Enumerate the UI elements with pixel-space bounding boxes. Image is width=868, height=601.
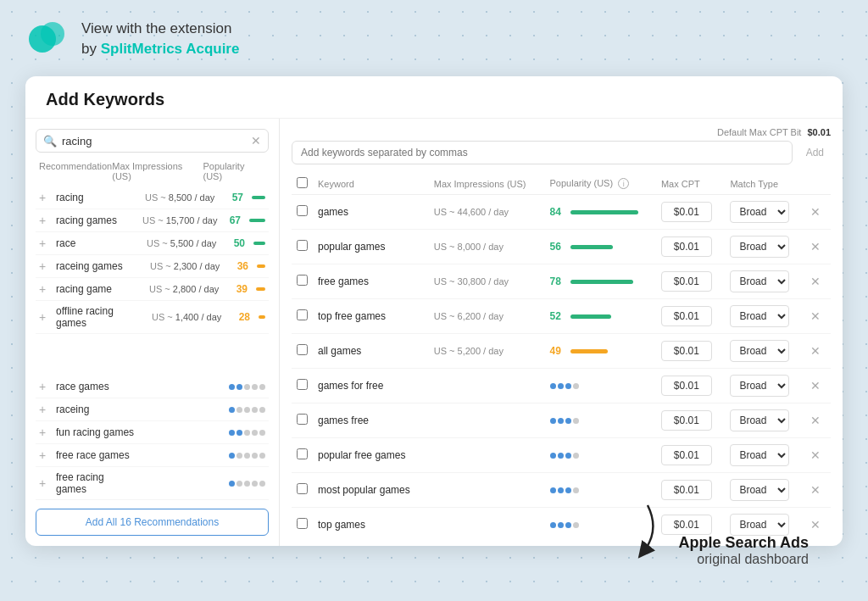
kw-cpt-input[interactable]	[661, 237, 712, 257]
kw-checkbox[interactable]	[297, 240, 308, 251]
rec-keyword-name: raceing	[56, 403, 137, 415]
rec-item[interactable]: + free racing games	[36, 467, 269, 500]
table-row: popular games US ~ 8,000 / day 56 Broad …	[292, 230, 831, 264]
dot	[229, 430, 235, 436]
kw-remove-button[interactable]: ✕	[809, 309, 822, 323]
kw-popularity	[545, 508, 656, 538]
add-keywords-button[interactable]: Add	[799, 143, 831, 162]
search-input[interactable]	[62, 135, 246, 147]
select-all-checkbox[interactable]	[297, 177, 308, 188]
dot	[236, 430, 242, 436]
kw-name: popular free games	[313, 438, 429, 473]
dot	[252, 407, 258, 413]
rec-add-btn[interactable]: +	[39, 476, 51, 490]
kw-cpt-input[interactable]	[661, 376, 712, 396]
dot	[236, 384, 242, 390]
kw-remove-button[interactable]: ✕	[809, 518, 822, 531]
rec-popularity: 28	[233, 311, 250, 323]
kw-match-select[interactable]: Broad Exact	[730, 375, 789, 397]
kw-checkbox[interactable]	[297, 205, 308, 216]
kw-cpt-input[interactable]	[661, 202, 712, 222]
kw-match-select[interactable]: Broad Exact	[730, 340, 789, 362]
add-keywords-input[interactable]	[292, 141, 793, 164]
dot	[244, 430, 250, 436]
dot	[236, 453, 242, 459]
dot	[229, 384, 235, 390]
default-cpt-value: $0.01	[807, 127, 831, 137]
rec-item[interactable]: + raceing	[36, 398, 269, 421]
dot	[252, 453, 258, 459]
card-header: Add Keywords	[25, 76, 843, 119]
rec-add-btn[interactable]: +	[39, 448, 51, 462]
table-row: games US ~ 44,600 / day 84 Broad Exact ✕	[292, 195, 831, 230]
rec-item[interactable]: + fun racing games	[36, 421, 269, 444]
kw-match-select[interactable]: Broad Exact	[730, 409, 789, 431]
kw-match-select[interactable]: Broad Exact	[730, 305, 789, 327]
kw-impressions: US ~ 5,200 / day	[429, 334, 545, 369]
kw-checkbox[interactable]	[297, 275, 308, 286]
rec-item[interactable]: + racing games US ~ 15,700 / day 67	[36, 209, 269, 232]
kw-impressions	[429, 403, 545, 438]
search-box[interactable]: 🔍 ✕	[36, 129, 269, 153]
kw-remove-button[interactable]: ✕	[809, 344, 822, 358]
kw-match-select[interactable]: Broad Exact	[730, 479, 789, 501]
dot	[236, 481, 242, 487]
search-icon: 🔍	[43, 135, 57, 147]
kw-checkbox[interactable]	[297, 518, 308, 529]
kw-remove-button[interactable]: ✕	[809, 379, 822, 392]
search-clear-icon[interactable]: ✕	[251, 134, 261, 147]
rec-keyword-name: raceing games	[56, 260, 145, 272]
kw-match-select[interactable]: Broad Exact	[730, 236, 789, 258]
kw-match-select[interactable]: Broad Exact	[730, 444, 789, 466]
kw-checkbox[interactable]	[297, 379, 308, 390]
rec-add-btn[interactable]: +	[39, 403, 51, 416]
rec-item[interactable]: + racing game US ~ 2,800 / day 39	[36, 278, 269, 301]
rec-add-btn[interactable]: +	[39, 259, 51, 273]
rec-add-btn[interactable]: +	[39, 310, 51, 324]
rec-add-btn[interactable]: +	[39, 282, 51, 296]
popularity-info-icon[interactable]: i	[618, 178, 629, 189]
rec-add-btn[interactable]: +	[39, 380, 51, 393]
kw-checkbox[interactable]	[297, 448, 308, 459]
kw-match-select[interactable]: Broad Exact	[730, 201, 789, 223]
rec-add-btn[interactable]: +	[39, 191, 51, 204]
kw-remove-button[interactable]: ✕	[809, 240, 822, 253]
card-body: 🔍 ✕ Recommendation Max Impressions (US) …	[25, 119, 843, 546]
kw-cpt-input[interactable]	[661, 410, 712, 431]
rec-item[interactable]: + race games	[36, 376, 269, 398]
rec-item[interactable]: + racing US ~ 8,500 / day 57	[36, 186, 269, 209]
kw-remove-button[interactable]: ✕	[809, 414, 822, 427]
rec-impressions: US ~ 15,700 / day	[142, 215, 219, 225]
rec-impressions: US ~ 2,300 / day	[150, 261, 226, 271]
kw-cpt-input[interactable]	[661, 480, 712, 500]
add-all-button[interactable]: Add All 16 Recommendations	[36, 509, 269, 536]
kw-match-select[interactable]: Broad Exact	[730, 270, 789, 292]
brand-name: SplitMetrics Acquire	[101, 41, 240, 57]
add-keyword-row: Add	[292, 141, 831, 164]
rec-item[interactable]: + free race games	[36, 444, 269, 467]
kw-cpt-input[interactable]	[661, 306, 712, 326]
kw-remove-button[interactable]: ✕	[809, 275, 822, 288]
kw-remove-button[interactable]: ✕	[809, 448, 822, 462]
rec-item[interactable]: + raceing games US ~ 2,300 / day 36	[36, 255, 269, 278]
kw-checkbox[interactable]	[297, 309, 308, 320]
kw-checkbox[interactable]	[297, 414, 308, 425]
kw-remove-button[interactable]: ✕	[809, 205, 822, 219]
rec-add-btn[interactable]: +	[39, 426, 51, 439]
rec-add-btn[interactable]: +	[39, 237, 51, 250]
rec-item[interactable]: + offline racing games US ~ 1,400 / day …	[36, 301, 269, 334]
kw-remove-button[interactable]: ✕	[809, 483, 822, 497]
svg-point-1	[41, 22, 64, 46]
kw-checkbox[interactable]	[297, 483, 308, 494]
rec-impressions: US ~ 5,500 / day	[147, 238, 223, 248]
annotation-regular: original dashboard	[0, 552, 809, 567]
kw-cpt-input[interactable]	[661, 341, 712, 361]
kw-cpt-input[interactable]	[661, 271, 712, 292]
kw-cpt-input[interactable]	[661, 515, 712, 535]
rec-item[interactable]: + race US ~ 5,500 / day 50	[36, 232, 269, 255]
kw-cpt-input[interactable]	[661, 445, 712, 465]
rec-add-btn[interactable]: +	[39, 214, 51, 227]
dot	[259, 453, 265, 459]
kw-checkbox[interactable]	[297, 344, 308, 355]
kw-match-select[interactable]: Broad Exact	[730, 514, 789, 536]
